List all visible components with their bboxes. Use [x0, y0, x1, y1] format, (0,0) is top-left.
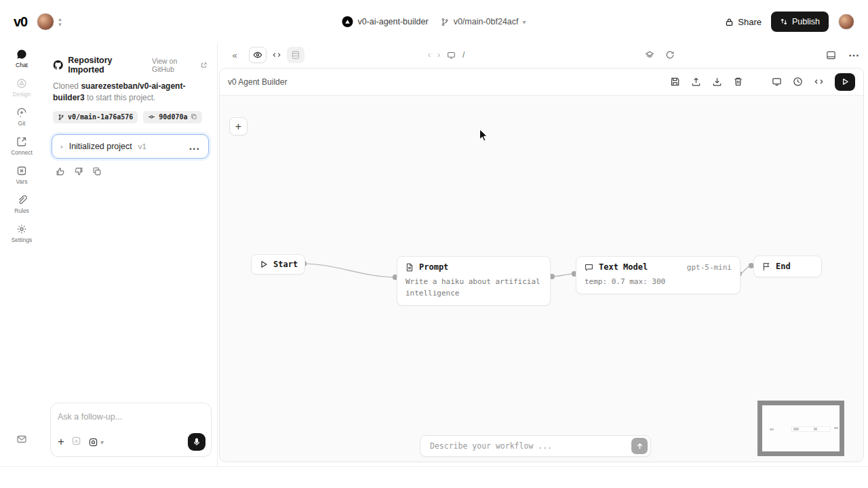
agent-builder-card: v0 Agent Builder + [219, 68, 864, 462]
node-start[interactable]: Start [251, 254, 305, 274]
model-name: gpt-5-mini [687, 263, 732, 272]
top-bar: v0 ▴▾ v0-ai-agent-builder v0/main-0bf24a… [0, 0, 868, 43]
branch-badge[interactable]: v0/main-1a76a576 [53, 111, 138, 123]
describe-workflow-input[interactable] [430, 441, 631, 451]
sidebar-item-chat[interactable]: Chat [16, 49, 28, 68]
publish-button[interactable]: Publish [771, 12, 829, 32]
branch-selector[interactable]: v0/main-0bf24acf ▾ [441, 17, 526, 26]
layers-icon[interactable] [645, 50, 654, 60]
avatar[interactable] [37, 13, 54, 30]
agent-builder-title: v0 Agent Builder [228, 77, 287, 87]
workflow-canvas[interactable]: + Start [220, 96, 863, 462]
node-end[interactable]: End [753, 256, 822, 277]
more-menu-button[interactable]: ... [189, 140, 200, 152]
preview-panel: « ‹ › / ⋯ v0 Agent Buil [217, 43, 868, 466]
code-icon [272, 50, 281, 60]
file-text-icon [406, 263, 414, 272]
copy-icon[interactable] [191, 113, 197, 121]
node-prompt[interactable]: Prompt Write a haiku about artificial in… [397, 256, 551, 306]
mail-icon [16, 434, 27, 445]
nav-back-icon[interactable]: ‹ [428, 50, 431, 60]
v0-app-window: v0 ▴▾ v0-ai-agent-builder v0/main-0bf24a… [0, 0, 868, 488]
feedback-mail-button[interactable] [16, 434, 27, 447]
lock-icon [725, 18, 734, 26]
external-link-icon [201, 62, 208, 68]
version-badge: v1 [138, 142, 146, 150]
monitor-icon[interactable] [447, 51, 456, 60]
message-icon [585, 263, 593, 272]
attachment-icon[interactable] [71, 436, 81, 449]
thumbs-down-icon[interactable] [74, 167, 83, 176]
layout-icon[interactable] [826, 50, 836, 60]
code-icon[interactable] [814, 77, 824, 87]
send-workflow-button[interactable] [631, 438, 648, 454]
task-initialized-project[interactable]: › Initialized project v1 ... [52, 134, 209, 159]
collapse-panel-button[interactable]: « [226, 47, 243, 63]
gear-icon [16, 224, 27, 235]
vars-icon [16, 165, 27, 176]
chevron-down-icon: ▾ [100, 439, 104, 446]
commit-badge[interactable]: 90d070a [143, 111, 202, 123]
repo-card-title: Repository Imported [68, 56, 147, 75]
account-switcher[interactable]: ▴▾ [37, 13, 62, 30]
add-node-button[interactable]: + [229, 117, 248, 136]
chat-icon [16, 49, 27, 60]
refresh-icon[interactable] [665, 50, 675, 60]
download-icon[interactable] [712, 77, 722, 87]
project-selector[interactable]: v0-ai-agent-builder [342, 16, 428, 27]
monitor-icon[interactable] [772, 77, 782, 87]
mic-icon [193, 438, 201, 446]
play-icon [260, 260, 268, 268]
agent-builder-header: v0 Agent Builder [220, 68, 863, 96]
model-selector[interactable]: ▾ [88, 437, 104, 447]
node-text-model[interactable]: Text Model gpt-5-mini temp: 0.7 max: 300 [576, 256, 741, 294]
workflow-prompt-bar [420, 435, 651, 457]
model-selector-icon [88, 437, 98, 447]
eye-icon [253, 50, 262, 60]
save-icon[interactable] [670, 77, 680, 87]
sidebar-item-rules[interactable]: Rules [14, 195, 29, 214]
thumbs-up-icon[interactable] [56, 167, 65, 176]
branch-icon [441, 18, 450, 26]
project-name: v0-ai-agent-builder [357, 17, 428, 26]
upload-icon[interactable] [691, 77, 701, 87]
data-view-button[interactable] [287, 47, 304, 63]
view-on-github-link[interactable]: View on GitHub [152, 57, 208, 73]
rules-icon [16, 195, 27, 205]
git-icon [16, 107, 27, 118]
nav-forward-icon[interactable]: › [437, 50, 440, 60]
more-icon[interactable]: ⋯ [848, 49, 860, 62]
publish-icon [780, 18, 788, 26]
trash-icon[interactable] [733, 77, 743, 87]
footer-band [0, 466, 868, 488]
code-view-button[interactable] [268, 47, 285, 63]
sidebar-item-git[interactable]: Git [16, 107, 27, 127]
copy-icon[interactable] [92, 167, 102, 176]
database-icon [291, 50, 300, 60]
minimap[interactable] [757, 401, 844, 456]
eye-preview-button[interactable] [249, 47, 267, 63]
history-icon[interactable] [793, 77, 803, 87]
sidebar-item-connect[interactable]: Connect [11, 136, 33, 156]
url-path[interactable]: / [462, 50, 465, 60]
sidebar-item-design[interactable]: Design [13, 78, 31, 98]
chevron-right-icon: › [60, 142, 63, 150]
branch-name: v0/main-0bf24acf [454, 17, 519, 26]
sidebar-item-settings[interactable]: Settings [12, 224, 33, 243]
follow-up-input[interactable] [58, 412, 204, 422]
share-button[interactable]: Share [725, 17, 762, 27]
mic-button[interactable] [188, 433, 205, 451]
chevron-updown-icon: ▴▾ [58, 16, 62, 27]
play-icon [842, 78, 849, 85]
vercel-icon [342, 16, 353, 27]
sidebar-item-vars[interactable]: Vars [16, 165, 28, 185]
commit-icon [148, 113, 155, 121]
user-avatar[interactable] [838, 14, 854, 30]
connect-icon [16, 136, 27, 147]
address-bar: ‹ › / [428, 50, 465, 60]
prompt-text: Write a haiku about artificial intellige… [397, 276, 550, 305]
feedback-row [52, 167, 209, 176]
run-workflow-button[interactable] [835, 73, 855, 91]
plus-icon[interactable]: + [58, 437, 64, 447]
repository-imported-card: Repository Imported View on GitHub Clone… [52, 54, 209, 123]
